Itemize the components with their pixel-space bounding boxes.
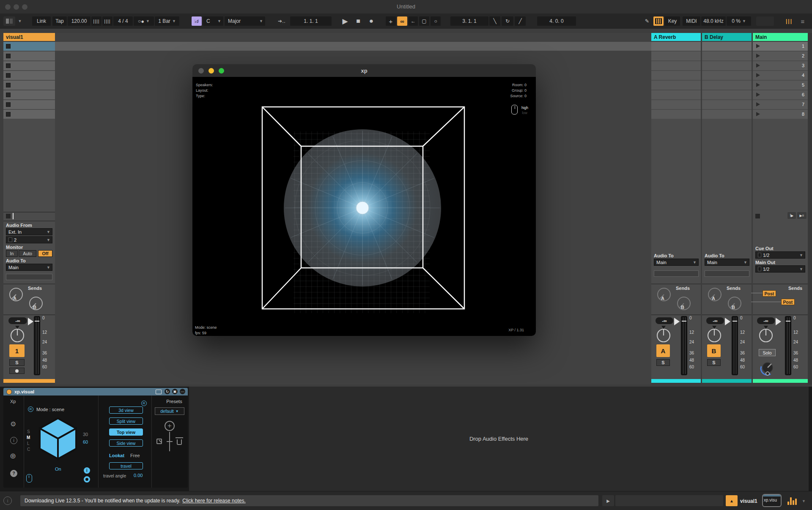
track-activator-button[interactable]: 1 [9, 344, 25, 357]
travel-angle-value[interactable]: 0.00 [134, 473, 143, 478]
track-arm-indicator-icon[interactable]: ▲ [726, 495, 738, 506]
cue-out-select[interactable]: 1/2▼ [755, 251, 805, 259]
travel-button[interactable]: travel [109, 462, 143, 469]
scene-slot[interactable]: 3 [753, 61, 808, 70]
volume-display[interactable]: -∞ [757, 317, 775, 324]
scene-launch-icon[interactable] [756, 102, 760, 106]
add-preset-icon[interactable]: + [165, 421, 175, 431]
value-top[interactable]: 30 [83, 432, 88, 437]
volume-fader-handle[interactable] [28, 318, 33, 325]
arrangement-position-field[interactable]: 1. 1. 1 [290, 16, 332, 26]
tap-tempo-button[interactable]: Tap [52, 16, 67, 26]
scene-slot[interactable]: 4 [753, 71, 808, 80]
volume-display[interactable]: -∞ [656, 317, 673, 324]
clip-slot[interactable] [3, 71, 55, 80]
clip-stop-icon[interactable] [6, 102, 11, 107]
scene-launch-icon[interactable] [756, 44, 760, 48]
new-midi-track-button[interactable]: + [386, 16, 396, 26]
draw-mode-icon[interactable]: ✎ [642, 16, 652, 26]
clip-slot[interactable] [3, 110, 55, 119]
loop-button[interactable]: ↻ [502, 16, 513, 26]
re-enable-automation-button[interactable]: ← [409, 16, 418, 26]
metronome-button[interactable]: ○●▼ [134, 16, 154, 26]
release-notes-link[interactable]: Click here for release notes. [182, 498, 245, 504]
preview-play-icon[interactable]: ▶ [602, 495, 614, 506]
key-map-button[interactable]: Key [665, 16, 680, 26]
delete-preset-icon[interactable] [177, 439, 182, 445]
recall-preset-icon[interactable] [156, 439, 162, 444]
device-activator-icon[interactable] [6, 389, 12, 395]
nudge-up-button[interactable]: |||| [102, 16, 112, 26]
clip-stop-icon[interactable] [6, 93, 11, 97]
xp-window[interactable]: xp [192, 64, 536, 336]
solo-button[interactable]: S [707, 359, 721, 366]
info-toggle-icon[interactable]: i [84, 467, 90, 474]
track-header-b-delay[interactable]: B Delay [702, 33, 752, 41]
stop-button[interactable]: ■ [352, 16, 364, 26]
monitor-auto-button[interactable]: Auto [19, 250, 36, 257]
volume-fader-handle[interactable] [776, 318, 781, 325]
clip-slot[interactable] [3, 100, 55, 109]
computer-midi-keyboard-icon[interactable] [653, 16, 664, 26]
view-chooser-icon[interactable] [3, 16, 15, 26]
scene-launch-icon[interactable] [756, 54, 760, 58]
mouse-icon[interactable] [26, 474, 32, 483]
play-button[interactable]: ▶ [339, 16, 351, 26]
info-icon[interactable]: i [10, 437, 17, 444]
volume-display[interactable]: -∞ [706, 317, 724, 324]
audio-to-select[interactable]: Main▼ [654, 259, 699, 266]
view-chooser-arrow-icon[interactable]: ▼ [16, 16, 22, 26]
time-signature-field[interactable]: 4 / 4 [113, 16, 133, 26]
preset-select[interactable]: default▼ [155, 407, 184, 415]
size-l[interactable]: L [27, 441, 30, 446]
size-s[interactable]: S [27, 429, 30, 434]
return-slot[interactable] [651, 90, 701, 99]
pan-knob[interactable] [655, 325, 672, 343]
solo-cue-button[interactable]: Solo [759, 349, 776, 356]
return-slot[interactable] [702, 61, 752, 70]
clip-stop-icon[interactable] [6, 83, 11, 87]
session-record-button[interactable]: ○ [431, 16, 441, 26]
follow-button[interactable]: ➔‥ [276, 16, 288, 26]
scene-launch-icon[interactable] [756, 63, 760, 68]
midi-map-button[interactable]: MIDI [683, 16, 700, 26]
xp-canvas[interactable] [192, 77, 536, 336]
tab-xp[interactable]: Xp [10, 399, 16, 404]
return-slot[interactable] [651, 52, 701, 60]
clip-stop-icon[interactable] [6, 112, 11, 117]
key-scale-menu[interactable]: Major▼ [225, 16, 265, 26]
selected-device-badge[interactable]: xp.visu [762, 494, 782, 507]
show-window-icon[interactable] [156, 390, 162, 394]
session-view-toggle-icon[interactable]: ||| [783, 16, 795, 26]
audio-to-select[interactable]: Main▼ [6, 264, 52, 271]
cue-volume-knob[interactable] [759, 358, 776, 376]
stop-all-clips-button[interactable] [6, 214, 11, 218]
view-side-button[interactable]: Side view [109, 439, 143, 447]
notification-icon[interactable]: i [3, 496, 12, 505]
pan-knob[interactable] [8, 325, 25, 343]
cpu-meter[interactable]: 0 %▼ [727, 16, 751, 26]
pan-knob[interactable] [757, 325, 774, 343]
send-b-post-toggle[interactable]: Post [781, 299, 795, 305]
pan-knob[interactable] [705, 325, 722, 343]
punch-out-button[interactable]: ╱ [515, 16, 526, 26]
track-header-visual1[interactable]: visual1 [3, 33, 55, 41]
return-slot[interactable] [702, 42, 752, 51]
loop-length-field[interactable]: 4. 0. 0 [537, 16, 576, 26]
capture-midi-button[interactable]: ▢ [419, 16, 429, 26]
return-slot[interactable] [651, 100, 701, 109]
clip-slot[interactable] [3, 52, 55, 60]
key-root-menu[interactable]: C▼ [203, 16, 223, 26]
arm-record-button[interactable] [9, 368, 25, 374]
zoom-icon[interactable] [219, 68, 224, 74]
track-activator-button[interactable]: B [707, 344, 721, 357]
volume-fader-handle[interactable] [674, 318, 680, 325]
clip-stop-icon[interactable] [6, 54, 11, 58]
track-header-a-reverb[interactable]: A Reverb [651, 33, 701, 41]
view-top-button[interactable]: Top view [109, 428, 143, 436]
scene-launch-icon[interactable] [756, 93, 760, 97]
loop-start-field[interactable]: 3. 1. 1 [450, 16, 488, 26]
update-message[interactable]: Downloading Live 12.3.5 - You'll be noti… [20, 495, 598, 506]
return-slot[interactable] [702, 100, 752, 109]
stop-all-clips-button[interactable] [755, 214, 760, 218]
